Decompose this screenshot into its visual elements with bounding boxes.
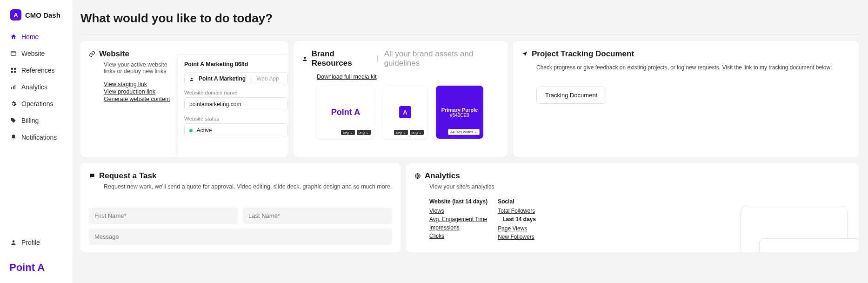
analytics-illustration [741, 206, 848, 252]
sidebar-item-label: Analytics [21, 83, 47, 91]
logo-text: Point A [331, 108, 360, 117]
link-views[interactable]: Views [429, 208, 487, 214]
card-title: Project Tracking Document [532, 49, 634, 59]
badge-svg[interactable]: svg ⌄ [394, 130, 407, 135]
card-title: Brand Resources [312, 49, 371, 68]
svg-rect-7 [14, 85, 15, 89]
home-icon [10, 34, 17, 40]
status-value: Active [197, 127, 212, 134]
domain-value: pointamarketing.com [184, 97, 288, 111]
last-14-heading: Last 14 days [502, 216, 536, 222]
brand-row: A CMO Dash [0, 9, 72, 29]
card-title: Analytics [425, 171, 460, 181]
card-title: Request a Task [99, 171, 156, 181]
website-col-heading: Website (last 14 days) [429, 198, 487, 205]
badge-all-hex[interactable]: All Hex codes ⌄ [448, 129, 480, 135]
sidebar-item-label: Profile [21, 239, 40, 246]
sidebar: A CMO Dash Home Website References Analy… [0, 0, 72, 283]
tracking-document-button[interactable]: Tracking Document [536, 87, 606, 104]
preview-company: Point A Marketing [199, 75, 246, 82]
badge-svg[interactable]: svg ⌄ [341, 130, 354, 135]
domain-label: Website domain name [184, 90, 288, 95]
globe-icon [414, 173, 421, 179]
chat-icon [89, 173, 95, 179]
sidebar-item-label: Operations [21, 100, 53, 108]
sidebar-item-billing[interactable]: Billing [5, 113, 67, 128]
sidebar-bottom: Profile [0, 235, 72, 257]
sidebar-item-home[interactable]: Home [5, 29, 67, 45]
link-avg-engagement[interactable]: Avg. Engagement Time [429, 216, 487, 222]
badge-png[interactable]: png ⌄ [357, 130, 371, 135]
last-name-input[interactable] [243, 208, 392, 224]
svg-rect-0 [11, 52, 16, 55]
asset-logo-text[interactable]: Point A svg ⌄ png ⌄ [317, 86, 374, 139]
chart-icon [10, 84, 17, 90]
sidebar-item-website[interactable]: Website [5, 46, 67, 61]
gear-icon [10, 101, 17, 107]
svg-rect-5 [11, 87, 12, 89]
preview-company-row: Point A Marketing | Web App [184, 72, 288, 85]
card-website: Website View your active website links o… [80, 41, 288, 157]
grid-icon [10, 67, 17, 74]
sidebar-item-notifications[interactable]: Notifications [5, 129, 67, 145]
sidebar-nav: Home Website References Analytics Operat… [0, 29, 72, 235]
user-icon [10, 239, 17, 246]
website-preview: Point A Marketing 868d Point A Marketing… [177, 54, 288, 157]
point-a-logo: Point A [0, 257, 72, 274]
main: What would you like to do today? Website… [72, 0, 868, 283]
user-icon [189, 76, 194, 81]
bell-icon [10, 134, 17, 141]
window-icon [10, 50, 17, 57]
svg-rect-4 [14, 71, 16, 73]
brand-badge-icon: A [10, 9, 21, 20]
sidebar-item-label: References [21, 67, 55, 74]
card-title: Website [99, 49, 129, 59]
sidebar-item-operations[interactable]: Operations [5, 96, 67, 112]
svg-point-8 [13, 240, 15, 243]
sidebar-item-label: Billing [21, 117, 39, 124]
arrow-icon [521, 51, 528, 57]
first-name-input[interactable] [89, 208, 238, 224]
svg-rect-3 [11, 71, 13, 73]
social-col-heading: Social [498, 198, 536, 205]
sidebar-item-profile[interactable]: Profile [5, 235, 67, 250]
page-title: What would you like to do today? [80, 7, 859, 34]
svg-point-9 [191, 78, 192, 79]
user-icon [302, 55, 308, 62]
logo-mark-icon: A [399, 106, 411, 118]
sidebar-item-label: Home [21, 33, 39, 40]
link-new-followers[interactable]: New Followers [498, 234, 536, 240]
preview-heading: Point A Marketing 868d [184, 61, 288, 67]
link-total-followers[interactable]: Total Followers [498, 208, 536, 214]
message-input[interactable] [89, 229, 392, 245]
preview-type: Web App [256, 75, 279, 82]
link-generate-content[interactable]: Generate website content [104, 96, 177, 102]
card-tracking: Project Tracking Document Check progress… [513, 41, 859, 157]
svg-rect-6 [13, 86, 14, 89]
sidebar-item-label: Notifications [21, 134, 57, 141]
svg-rect-2 [14, 68, 16, 70]
color-hex: #540CE9 [450, 113, 469, 118]
link-download-media-kit[interactable]: Download full media kit [317, 74, 499, 80]
sidebar-item-analytics[interactable]: Analytics [5, 79, 67, 95]
link-view-staging[interactable]: View staging link [104, 81, 177, 88]
color-name: Primary Purple [441, 107, 478, 113]
asset-logo-mark[interactable]: A svg ⌄ png ⌄ [383, 86, 427, 139]
tag-icon [10, 117, 17, 124]
link-view-production[interactable]: View production link [104, 88, 177, 95]
brand-label: CMO Dash [25, 11, 60, 19]
card-hint: All your brand assets and guidelines [384, 49, 499, 68]
card-analytics: Analytics View your site/s analytics Web… [406, 163, 859, 252]
status-dot-icon [189, 129, 193, 132]
link-page-views[interactable]: Page Views [498, 225, 536, 232]
link-impressions[interactable]: Impressions [429, 224, 487, 231]
link-icon [89, 51, 95, 57]
card-brand: Brand Resources | All your brand assets … [294, 41, 507, 157]
asset-primary-color[interactable]: Primary Purple #540CE9 All Hex codes ⌄ [436, 86, 483, 139]
sidebar-item-label: Website [21, 50, 45, 57]
card-subtitle: View your active website links or deploy… [104, 61, 177, 74]
sidebar-item-references[interactable]: References [5, 62, 67, 78]
status-label: Website status [184, 116, 288, 121]
badge-png[interactable]: png ⌄ [410, 130, 424, 135]
link-clicks[interactable]: Clicks [429, 233, 487, 239]
